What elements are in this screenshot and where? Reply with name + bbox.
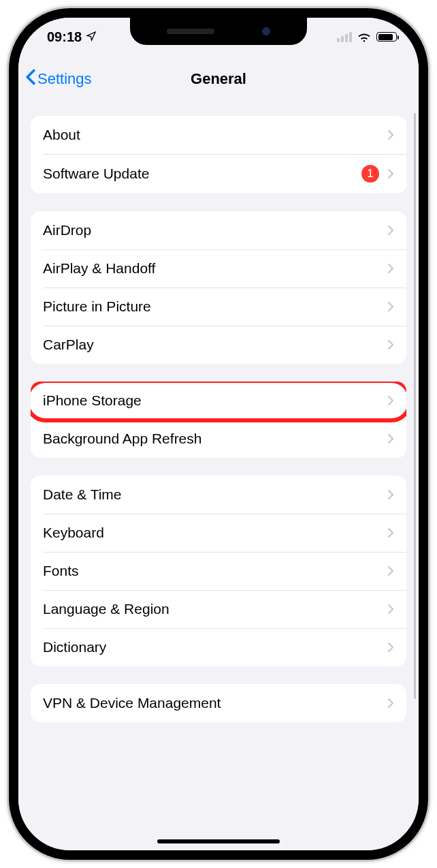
settings-row[interactable]: VPN & Device Management — [31, 684, 406, 722]
screen: 09:18 Settings General Ab — [18, 18, 419, 850]
wifi-icon — [357, 31, 371, 42]
row-label: Software Update — [43, 166, 149, 182]
settings-group: AirDropAirPlay & HandoffPicture in Pictu… — [31, 211, 406, 364]
row-label: iPhone Storage — [43, 392, 142, 409]
cellular-icon — [337, 32, 352, 42]
back-button[interactable]: Settings — [25, 59, 92, 99]
scroll-indicator — [414, 113, 416, 699]
settings-group: AboutSoftware Update1 — [31, 116, 406, 193]
battery-icon — [376, 32, 397, 42]
chevron-right-icon — [387, 604, 394, 615]
row-label: Language & Region — [43, 601, 169, 617]
settings-row[interactable]: AirPlay & Handoff — [31, 249, 406, 288]
chevron-right-icon — [387, 263, 394, 274]
row-label: Keyboard — [43, 525, 104, 541]
settings-group: Date & TimeKeyboardFontsLanguage & Regio… — [31, 476, 406, 666]
chevron-right-icon — [387, 168, 394, 179]
row-label: Date & Time — [43, 486, 122, 503]
settings-row[interactable]: Dictionary — [31, 628, 406, 666]
chevron-right-icon — [387, 225, 394, 236]
row-label: Background App Refresh — [43, 431, 201, 447]
settings-row[interactable]: CarPlay — [31, 326, 406, 364]
chevron-right-icon — [387, 395, 394, 406]
settings-row[interactable]: Software Update1 — [31, 154, 406, 193]
settings-group: VPN & Device Management — [31, 684, 406, 722]
status-time: 09:18 — [47, 29, 82, 45]
row-label: Fonts — [43, 563, 79, 579]
front-camera — [262, 27, 270, 35]
settings-row[interactable]: Background App Refresh — [31, 420, 406, 458]
chevron-right-icon — [387, 642, 394, 653]
home-indicator[interactable] — [157, 839, 280, 843]
row-label: Dictionary — [43, 639, 106, 655]
row-label: AirDrop — [43, 222, 91, 238]
row-label: VPN & Device Management — [43, 695, 221, 711]
settings-row[interactable]: Keyboard — [31, 514, 406, 552]
back-label: Settings — [37, 70, 92, 88]
settings-row[interactable]: iPhone Storage — [31, 382, 406, 420]
notification-badge: 1 — [361, 165, 379, 183]
chevron-left-icon — [25, 69, 36, 89]
settings-row[interactable]: Language & Region — [31, 590, 406, 628]
notch — [130, 18, 307, 45]
settings-row[interactable]: Fonts — [31, 552, 406, 590]
row-label: AirPlay & Handoff — [43, 260, 155, 277]
row-label: CarPlay — [43, 337, 94, 353]
settings-row[interactable]: Picture in Picture — [31, 288, 406, 326]
settings-row[interactable]: About — [31, 116, 406, 154]
nav-bar: Settings General — [18, 59, 419, 99]
settings-list[interactable]: AboutSoftware Update1AirDropAirPlay & Ha… — [18, 106, 419, 850]
chevron-right-icon — [387, 129, 394, 140]
chevron-right-icon — [387, 489, 394, 500]
settings-row[interactable]: AirDrop — [31, 211, 406, 249]
row-label: About — [43, 127, 80, 143]
chevron-right-icon — [387, 527, 394, 538]
row-label: Picture in Picture — [43, 298, 151, 315]
page-title: General — [191, 70, 246, 88]
settings-group: iPhone StorageBackground App Refresh — [31, 382, 406, 458]
location-icon — [86, 29, 97, 45]
chevron-right-icon — [387, 301, 394, 312]
chevron-right-icon — [387, 433, 394, 444]
chevron-right-icon — [387, 339, 394, 350]
chevron-right-icon — [387, 698, 394, 709]
device-frame: 09:18 Settings General Ab — [9, 8, 428, 860]
settings-row[interactable]: Date & Time — [31, 476, 406, 514]
chevron-right-icon — [387, 565, 394, 576]
speaker-grille — [167, 29, 214, 34]
